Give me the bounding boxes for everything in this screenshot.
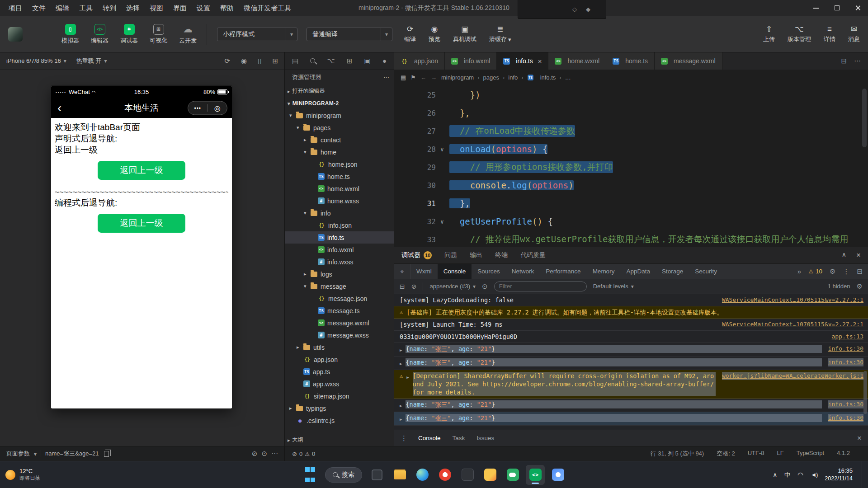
problems-status[interactable]: 0 0: [285, 446, 394, 461]
tree-file-info.wxml[interactable]: <>info.wxml: [285, 244, 394, 256]
page-params-label[interactable]: 页面参数: [6, 450, 30, 458]
source-link[interactable]: WAServiceMainContext…10705115&v=2.27.2:1: [722, 296, 863, 304]
devtools-tab-sources[interactable]: Sources: [472, 264, 506, 279]
source-link[interactable]: worker.js?libName=WA…celerateWorker.js:1: [722, 372, 863, 380]
phone-simulator[interactable]: ••••• WeChat 16:35 80% 本地生活: [51, 86, 232, 408]
outline-section[interactable]: 大纲: [285, 434, 394, 446]
panel-tab-调试器[interactable]: 调试器10: [401, 251, 432, 259]
tree-folder-logs[interactable]: ▸logs: [285, 268, 394, 280]
console-row[interactable]: ▶{name: "张三", age: "21"}info.ts:30: [394, 399, 868, 412]
expand-caret-icon[interactable]: ▶: [406, 373, 409, 381]
taskbar-app-devtools[interactable]: <>: [526, 465, 545, 485]
devtools-settings-icon[interactable]: [830, 267, 835, 276]
open-editors-section[interactable]: 打开的编辑器: [285, 85, 394, 97]
breadcrumb-item[interactable]: …: [565, 74, 571, 81]
device-select[interactable]: iPhone 6/7/8 85% 16: [6, 57, 66, 64]
source-link[interactable]: app.ts:13: [832, 333, 863, 341]
toolbar-simulator-button[interactable]: ▯模拟器: [61, 24, 79, 45]
tree-folder-contact[interactable]: ▸contact: [285, 134, 394, 146]
tree-file-message.wxml[interactable]: <>message.wxml: [285, 317, 394, 329]
toolbar-debugger-button[interactable]: ⌗调试器: [120, 24, 138, 45]
upload-button[interactable]: ⇧上传: [763, 25, 775, 43]
source-link[interactable]: info.ts:30: [828, 345, 863, 353]
tree-file-info.json[interactable]: {}info.json: [285, 219, 394, 231]
tree-file-app.ts[interactable]: TSapp.ts: [285, 366, 394, 378]
breadcrumb-item[interactable]: miniprogram: [441, 74, 474, 81]
details-button[interactable]: ≡详情: [824, 25, 835, 43]
taskbar-app-taskview[interactable]: [368, 465, 387, 485]
more-tabs-icon[interactable]: [797, 267, 801, 275]
eye-icon[interactable]: ⊙: [261, 450, 267, 458]
breadcrumb-item[interactable]: pages: [483, 74, 499, 81]
panel-tab-代码质量[interactable]: 代码质量: [520, 251, 546, 259]
toolbar-visualizer-button[interactable]: ⊞可视化: [150, 24, 167, 45]
toolbar-editor-button[interactable]: </>编辑器: [91, 24, 108, 45]
expand-caret-icon[interactable]: ▶: [400, 346, 402, 354]
status-item[interactable]: LF: [777, 450, 783, 458]
expand-caret-icon[interactable]: ▶: [400, 360, 402, 368]
filter-input[interactable]: [494, 282, 587, 291]
devtools-tab-storage[interactable]: Storage: [656, 264, 689, 279]
console-settings-icon[interactable]: [857, 282, 863, 291]
project-section[interactable]: MINIPROGRAM-2: [285, 97, 394, 109]
devtools-tab-appdata[interactable]: AppData: [620, 264, 656, 279]
nav-back-icon[interactable]: [420, 74, 426, 81]
menu-item[interactable]: 文件: [27, 0, 51, 16]
multi-window-icon[interactable]: ⊞: [272, 57, 278, 65]
exit-button[interactable]: [208, 104, 227, 113]
tree-file-app.wxss[interactable]: #app.wxss: [285, 378, 394, 390]
tree-file-message.wxss[interactable]: #message.wxss: [285, 329, 394, 341]
tab-home.ts[interactable]: TShome.ts: [606, 52, 655, 70]
tree-file-home.wxml[interactable]: <>home.wxml: [285, 183, 394, 195]
tree-folder-typings[interactable]: ▸typings: [285, 402, 394, 414]
status-item[interactable]: 4.1.2: [837, 450, 850, 458]
console-row[interactable]: ⚠[基础库] 正在使用灰度中的基础库 2.27.2 进行调试。如有问题，请前往工…: [394, 306, 868, 319]
diamond-filled-icon[interactable]: ◆: [586, 6, 590, 13]
diamond-outline-icon[interactable]: ◇: [572, 6, 577, 13]
taskbar-search[interactable]: 搜索: [325, 467, 362, 483]
grid-icon[interactable]: ⊞: [347, 57, 353, 65]
devtools-tab-network[interactable]: Network: [506, 264, 540, 279]
devtools-tab-wxml[interactable]: Wxml: [410, 264, 438, 279]
taskbar-app-file-explorer[interactable]: [390, 465, 409, 485]
menu-item[interactable]: 界面: [168, 0, 192, 16]
taskbar-app-photos[interactable]: [548, 465, 567, 485]
close-button[interactable]: [847, 0, 868, 16]
tree-file-sitemap.json[interactable]: {}sitemap.json: [285, 390, 394, 402]
console-row[interactable]: 033igu000PY0UO1VIb000HyHaP0igu0Dapp.ts:1…: [394, 331, 868, 343]
taskbar-clock[interactable]: 16:35 2022/11/14: [825, 467, 853, 482]
panel-tab-输出[interactable]: 输出: [470, 251, 482, 259]
version-manage-button[interactable]: ⌥版本管理: [788, 25, 811, 43]
back-button[interactable]: [51, 99, 61, 117]
source-link[interactable]: info.ts:30: [828, 358, 863, 366]
panel-tab-问题[interactable]: 问题: [444, 251, 457, 259]
maximize-button[interactable]: [826, 0, 847, 16]
menu-item[interactable]: 视图: [145, 0, 168, 16]
tray-overflow-icon[interactable]: [773, 471, 778, 478]
console-row[interactable]: [system] LazyCodeLoading: falseWAService…: [394, 294, 868, 306]
more-icon[interactable]: ⋯: [271, 450, 278, 458]
fold-icon[interactable]: ∨: [438, 146, 447, 153]
files-icon[interactable]: ▤: [292, 57, 298, 65]
tree-folder-message[interactable]: ▾message: [285, 280, 394, 292]
avatar[interactable]: [8, 27, 23, 42]
compile-mode-select[interactable]: 普通编译: [307, 28, 392, 41]
fold-icon[interactable]: ∨: [438, 218, 447, 225]
tab-app.json[interactable]: {}app.json: [394, 52, 445, 70]
breadcrumb-item[interactable]: info.ts: [540, 74, 556, 81]
tree-folder-pages[interactable]: ▾pages: [285, 122, 394, 134]
panel-tab-终端[interactable]: 终端: [495, 251, 508, 259]
status-item[interactable]: UTF-8: [748, 450, 764, 458]
mode-select[interactable]: 小程序模式: [217, 28, 297, 41]
editor-scrollbar[interactable]: [862, 89, 867, 147]
tree-file-message.ts[interactable]: TSmessage.ts: [285, 305, 394, 317]
tab-info.wxml[interactable]: <>info.wxml: [445, 52, 497, 70]
expand-caret-icon[interactable]: ▶: [400, 415, 402, 423]
tree-folder-utils[interactable]: ▸utils: [285, 341, 394, 353]
live-expression-icon[interactable]: [482, 282, 488, 291]
clear-cache-button[interactable]: ≣清缓存▾: [489, 25, 511, 43]
taskbar-app-wechat[interactable]: [503, 465, 522, 485]
console-scrollbar[interactable]: [863, 371, 867, 414]
copy-icon[interactable]: [104, 451, 109, 457]
taskbar-app-red-app[interactable]: [435, 465, 454, 485]
